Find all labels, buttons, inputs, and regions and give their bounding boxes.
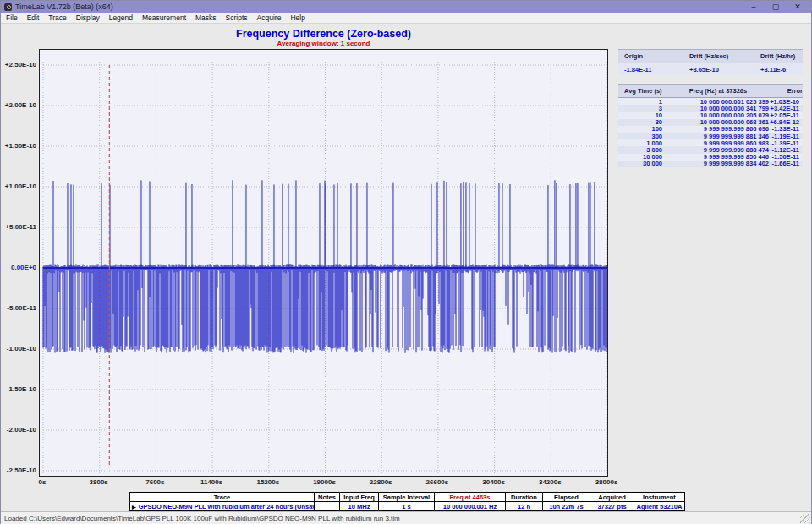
chart-subtitle: Averaging window: 1 second	[39, 40, 608, 47]
resize-grip-icon[interactable]	[800, 514, 810, 524]
menu-masks[interactable]: Masks	[195, 14, 217, 22]
close-icon[interactable]: ✕	[793, 1, 803, 13]
minimize-icon[interactable]: –	[749, 1, 759, 13]
y-tick-label: +1.00E-10	[1, 183, 36, 190]
y-tick-label: +1.50E-10	[1, 142, 36, 150]
drift-hr-header: Drift (Hz/hr)	[754, 52, 803, 60]
sample-interval-cell: 1 s	[379, 502, 435, 511]
y-tick-label: -2.00E-10	[1, 426, 36, 434]
x-tick-label: 15200s	[256, 478, 279, 486]
x-tick-label: 11400s	[200, 478, 222, 486]
legend-header-row: Trace Notes Input Freq Sample Interval F…	[130, 493, 685, 502]
trace-marker-icon: ▶	[132, 505, 136, 510]
origin-table-values: -1.84E-11 +8.65E-10 +3.11E-6	[618, 63, 803, 75]
title-bar: TimeLab V1.72b (Beta) (x64) – ▢ ✕	[1, 1, 811, 13]
menu-legend[interactable]: Legend	[109, 14, 133, 22]
window-title: TimeLab V1.72b (Beta) (x64)	[15, 3, 113, 11]
x-tick-label: 7600s	[145, 478, 164, 486]
col-duration: Duration	[506, 493, 543, 502]
avg-table-cell: 9 999 999.999 834 402	[662, 160, 769, 167]
chart-title: Frequency Difference (Zero-based)	[39, 28, 608, 40]
x-tick-label: 30400s	[482, 478, 505, 486]
col-acquired: Acquired	[590, 493, 634, 502]
y-tick-label: +2.00E-10	[1, 101, 36, 109]
col-sample-interval: Sample Interval	[379, 493, 435, 502]
col-freq-at-cursor: Freq at 4463s	[435, 493, 506, 502]
menu-file[interactable]: File	[6, 14, 18, 22]
instrument-cell: Agilent 53210A	[634, 502, 685, 511]
x-tick-label: 38000s	[595, 478, 618, 486]
y-tick-label: -1.50E-10	[1, 385, 36, 393]
drift-hr-value: +3.11E-6	[754, 66, 803, 74]
menu-help[interactable]: Help	[290, 14, 304, 22]
freq-at-cursor-cell: 10 000 000.001 Hz	[435, 502, 506, 511]
avg-table-row: 30 0009 999 999.999 834 402-1.66E-11	[618, 161, 803, 167]
input-freq-cell: 10 MHz	[340, 502, 379, 511]
elapsed-cell: 10h 22m 7s	[543, 502, 590, 511]
menu-acquire[interactable]: Acquire	[257, 14, 282, 22]
y-tick-label: +2.50E-10	[1, 61, 36, 68]
freq-header: Freq (Hz) at 37326s	[668, 87, 768, 95]
menu-scripts[interactable]: Scripts	[226, 14, 248, 22]
y-tick-label: +5.00E-11	[1, 223, 36, 231]
acquired-cell: 37327 pts	[590, 502, 634, 511]
status-bar: Loaded C:\Users\Edward\Documents\TimeLab…	[1, 511, 811, 524]
avg-table-cell: 30 000	[618, 160, 662, 167]
app-window: TimeLab V1.72b (Beta) (x64) – ▢ ✕ File E…	[0, 0, 812, 524]
duration-cell: 12 h	[506, 502, 543, 511]
menu-edit[interactable]: Edit	[27, 14, 40, 22]
menu-display[interactable]: Display	[76, 14, 100, 22]
window-controls: – ▢ ✕	[749, 1, 808, 13]
drift-sec-value: +8.65E-10	[683, 66, 754, 74]
x-tick-label: 19000s	[313, 478, 336, 486]
y-tick-label: -5.00E-11	[1, 304, 36, 312]
avg-table-cell: -1.66E-11	[769, 160, 801, 167]
col-input-freq: Input Freq	[340, 493, 379, 502]
y-tick-label: -1.00E-10	[1, 345, 36, 352]
avg-table-body: 110 000 000.001 025 399+1.03E-10310 000 …	[618, 98, 803, 167]
col-notes: Notes	[315, 493, 340, 502]
app-icon	[4, 3, 12, 11]
trace-row[interactable]: ▶GPSDO NEO-M9N PLL with rubidium after 2…	[130, 502, 685, 511]
x-tick-label: 26600s	[426, 478, 449, 486]
x-tick-label: 3800s	[90, 478, 108, 486]
col-instrument: Instrument	[634, 493, 685, 502]
menu-bar: File Edit Trace Display Legend Measureme…	[1, 13, 811, 24]
col-trace: Trace	[130, 493, 315, 502]
menu-measurement[interactable]: Measurement	[142, 14, 186, 22]
drift-sec-header: Drift (Hz/sec)	[683, 52, 754, 60]
plot-canvas	[40, 50, 607, 476]
status-text: Loaded C:\Users\Edward\Documents\TimeLab…	[4, 515, 400, 522]
origin-header: Origin	[618, 52, 683, 60]
trace-name: GPSDO NEO-M9N PLL with rubidium after 24…	[139, 503, 315, 510]
y-tick-label: -2.50E-10	[1, 467, 36, 474]
avg-table-header: Avg Time (s) Freq (Hz) at 37326s Error	[618, 84, 803, 98]
trace-legend-table: Trace Notes Input Freq Sample Interval F…	[129, 492, 685, 511]
y-tick-label: 0.00E+0	[1, 264, 36, 271]
origin-table-header: Origin Drift (Hz/sec) Drift (Hz/hr)	[618, 49, 803, 63]
error-header: Error	[768, 87, 803, 95]
notes-cell	[315, 502, 340, 511]
trace-name-cell[interactable]: ▶GPSDO NEO-M9N PLL with rubidium after 2…	[130, 502, 315, 511]
origin-drift-panel: Origin Drift (Hz/sec) Drift (Hz/hr) -1.8…	[618, 49, 803, 75]
x-tick-label: 34200s	[539, 478, 562, 486]
x-tick-label: 22800s	[370, 478, 392, 486]
maximize-icon[interactable]: ▢	[771, 1, 781, 13]
menu-trace[interactable]: Trace	[48, 14, 66, 22]
avg-time-header: Avg Time (s)	[618, 87, 668, 95]
origin-value: -1.84E-11	[618, 66, 683, 74]
frequency-difference-plot[interactable]	[39, 49, 608, 477]
col-elapsed: Elapsed	[543, 493, 590, 502]
x-tick-label: 0s	[39, 478, 47, 486]
avg-time-panel: Avg Time (s) Freq (Hz) at 37326s Error 1…	[618, 84, 803, 167]
